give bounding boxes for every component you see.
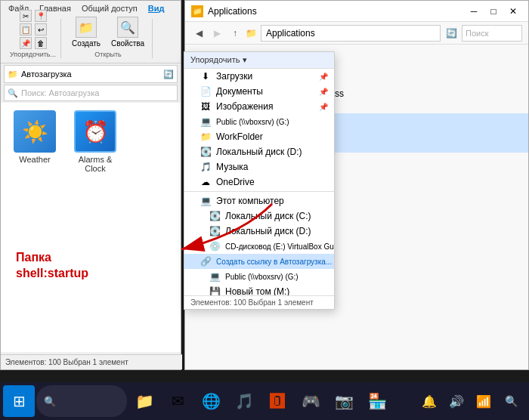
search-bar[interactable]: 🔍 Поиск: Автозагрузка: [4, 85, 178, 101]
dropdown-item-label: Новый том (M:): [225, 286, 289, 295]
list-item[interactable]: 💽 Локальный диск (D:): [184, 144, 334, 159]
open-label: Открыть: [94, 51, 121, 58]
dropdown-item-label: Этот компьютер: [216, 196, 284, 206]
paste-icon[interactable]: 📌: [20, 37, 32, 49]
list-item-create-link[interactable]: 🔗 Создать ссылку в Автозагрузка... \ (F:…: [184, 254, 334, 269]
disk-d2-icon: 💽: [209, 226, 221, 236]
new-volume-icon: 💾: [209, 286, 221, 295]
maximize-button[interactable]: □: [484, 3, 503, 20]
camera-taskbar[interactable]: 📷: [328, 385, 360, 417]
window-toolbar: ◀ ▶ ↑ 📁 Applications 🔄 Поиск: [185, 22, 528, 45]
dropdown-footer: Элементов: 100 Выбран 1 элемент: [184, 295, 334, 309]
list-item[interactable]: 💿 CD-дисковод (E:) VirtualBox Gu...: [184, 239, 334, 254]
disk-c-icon: 💽: [209, 211, 221, 221]
list-item[interactable]: 💽 Локальный диск (C:): [184, 208, 334, 224]
copy-icon[interactable]: 📋: [20, 23, 32, 36]
cut-icon[interactable]: ✂: [20, 10, 32, 22]
dropdown-item-label: Музыка: [216, 162, 248, 172]
titlebar-controls: ─ □ ✕: [465, 3, 522, 20]
music-taskbar[interactable]: 🎵: [228, 385, 260, 417]
properties-icon: 🔍: [117, 17, 138, 38]
file-explorer-taskbar[interactable]: 📁: [128, 385, 160, 417]
dropdown-scroll[interactable]: ⬇ Загрузки 📌 📄 Документы 📌 🖼 Изображения…: [184, 69, 334, 295]
organize-label: Упорядочить...: [10, 51, 56, 58]
back-button[interactable]: ◀: [191, 26, 206, 41]
edge-icon: 🌐: [202, 392, 221, 410]
pin-icon[interactable]: 📍: [35, 10, 47, 22]
pin-indicator2: 📌: [319, 88, 328, 96]
list-item[interactable]: 💻 Public (\\vboxsrv) (G:): [184, 114, 334, 129]
search-placeholder-right: Поиск: [466, 29, 488, 38]
address-text: Автозагрузка: [21, 69, 72, 79]
list-item[interactable]: ⬇ Загрузки 📌: [184, 69, 334, 84]
cd-icon: 💿: [209, 241, 221, 252]
mail-taskbar[interactable]: ✉: [162, 385, 193, 417]
left-status-text: Элементов: 100 Выбран 1 элемент: [5, 358, 128, 366]
folder-icon-toolbar: 📁: [246, 27, 258, 39]
workfolder-icon: 📁: [200, 131, 212, 142]
minimize-button[interactable]: ─: [465, 3, 483, 20]
status-count: Элементов: 100 Выбран 1 элемент: [190, 298, 314, 307]
mail-icon: ✉: [172, 392, 184, 410]
ribbon-group-open: 📁 Создать 🔍 Свойства Открыть: [64, 19, 153, 58]
tab-view[interactable]: Вид: [144, 2, 169, 14]
dropdown-item-label: Создать ссылку в Автозагрузка... \ (F:): [216, 258, 334, 266]
alarms-icon: ⏰: [74, 110, 116, 153]
properties-label: Свойства: [111, 39, 144, 48]
window-title: Applications: [208, 6, 257, 17]
store-taskbar[interactable]: 🏪: [361, 385, 393, 417]
file-item-weather[interactable]: ☀️ Weather: [8, 110, 61, 344]
dropdown-item-label: CD-дисковод (E:) VirtualBox Gu...: [225, 242, 334, 251]
app-search-input[interactable]: Поиск: [462, 25, 522, 42]
list-item[interactable]: 🎵 Музыка: [184, 159, 334, 174]
address-path[interactable]: Applications: [261, 25, 441, 42]
office-taskbar[interactable]: 🅾: [261, 385, 293, 417]
properties-button[interactable]: 🔍 Свойства: [108, 15, 147, 49]
dropdown-item-label: Локальный диск (D:): [225, 226, 311, 236]
window-icon: 📁: [191, 5, 203, 17]
office-icon: 🅾: [270, 393, 285, 410]
dropdown-item-label: Документы: [216, 86, 263, 97]
titlebar-left: 📁 Applications: [191, 5, 257, 17]
list-item[interactable]: 🖼 Изображения 📌: [184, 99, 334, 114]
address-bar[interactable]: 📁 Автозагрузка 🔄: [4, 65, 178, 83]
up-button[interactable]: ↑: [227, 26, 243, 41]
taskbar: ⊞ 🔍 📁 ✉ 🌐 🎵 🅾 🎮 📷 🏪 🔔 🔊 📶 🔍: [0, 382, 529, 420]
xbox-taskbar[interactable]: 🎮: [295, 385, 326, 417]
file-item-alarms[interactable]: ⏰ Alarms & Clock: [69, 110, 122, 344]
create-button[interactable]: 📁 Создать: [69, 15, 104, 49]
edge-taskbar[interactable]: 🌐: [195, 385, 227, 417]
notification-icon[interactable]: 🔔: [417, 385, 441, 417]
search-placeholder: Поиск: Автозагрузка: [21, 88, 99, 97]
public-g2-icon: 💻: [209, 271, 221, 282]
list-item[interactable]: 💻 Public (\\vboxsrv) (G:): [184, 269, 334, 284]
list-item[interactable]: 💽 Локальный диск (D:): [184, 224, 334, 239]
refresh-icon[interactable]: 🔄: [163, 69, 174, 79]
start-button[interactable]: ⊞: [3, 385, 35, 417]
list-item[interactable]: 💻 Этот компьютер: [184, 193, 334, 208]
network-taskbar-icon[interactable]: 📶: [472, 385, 496, 417]
this-pc-icon: 💻: [200, 196, 212, 206]
ribbon-group-organize: ✂ 📋 📌 📍 ↩ 🗑 Упорядочить...: [5, 19, 61, 58]
weather-icon: ☀️: [14, 110, 56, 153]
search-taskbar-button[interactable]: 🔍: [36, 385, 127, 417]
refresh-btn[interactable]: 🔄: [444, 26, 459, 41]
list-item[interactable]: ☁ OneDrive: [184, 174, 334, 190]
delete-icon[interactable]: 🗑: [35, 37, 47, 49]
pin-indicator3: 📌: [319, 103, 328, 111]
taskbar-right: 🔔 🔊 📶 🔍: [417, 385, 526, 417]
list-item[interactable]: 📄 Документы 📌: [184, 84, 334, 99]
dropdown-header[interactable]: Упорядочить ▾: [184, 52, 334, 69]
undo-icon[interactable]: ↩: [35, 23, 47, 36]
close-button[interactable]: ✕: [504, 3, 522, 20]
dropdown-item-label: Локальный диск (D:): [216, 147, 302, 157]
list-item[interactable]: 📁 WorkFolder: [184, 129, 334, 144]
list-item[interactable]: 💾 Новый том (M:): [184, 284, 334, 295]
search-taskbar-right[interactable]: 🔍: [499, 385, 523, 417]
separator: [184, 191, 334, 192]
alarms-label: Alarms & Clock: [69, 155, 122, 173]
volume-icon[interactable]: 🔊: [444, 385, 469, 417]
tab-share[interactable]: Общий доступ: [77, 2, 142, 14]
forward-button[interactable]: ▶: [209, 26, 224, 41]
ribbon: Файл Главная Общий доступ Вид ✂ 📋 📌 📍 ↩ …: [1, 1, 181, 63]
